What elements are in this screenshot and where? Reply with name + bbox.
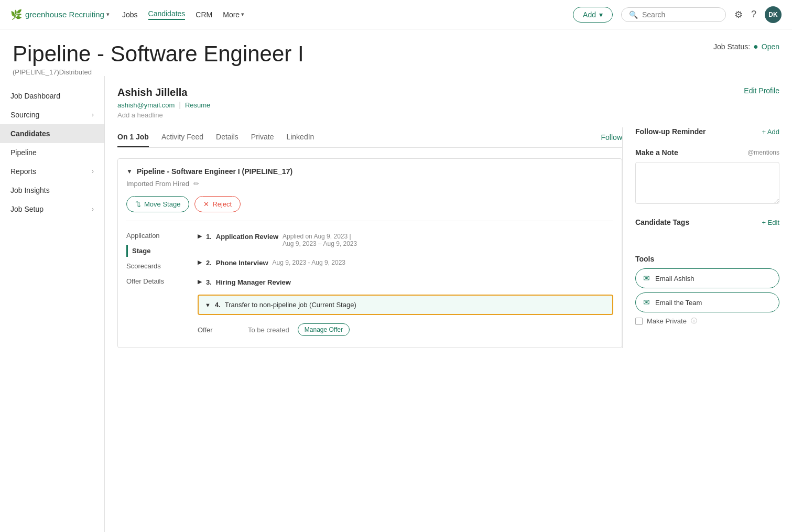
- stage-sidebar-scorecards[interactable]: Scorecards: [126, 260, 189, 272]
- tab-on-1-job[interactable]: On 1 Job: [117, 127, 149, 147]
- sidebar-item-candidates[interactable]: Candidates: [0, 124, 104, 143]
- add-chevron-icon: ▾: [599, 10, 603, 19]
- stage-sidebar-stage[interactable]: Stage: [126, 245, 189, 257]
- move-stage-button[interactable]: ⇅ Move Stage: [126, 196, 189, 212]
- nav-more[interactable]: More ▾: [223, 10, 244, 19]
- tab-activity-feed[interactable]: Activity Feed: [161, 127, 203, 147]
- candidate-tags-area: [635, 232, 779, 242]
- search-box[interactable]: 🔍: [621, 7, 726, 22]
- collapse-triangle-icon[interactable]: ▼: [126, 168, 133, 175]
- nav-jobs[interactable]: Jobs: [122, 10, 138, 19]
- logo-chevron-icon: ▾: [106, 11, 110, 18]
- help-icon[interactable]: ?: [751, 9, 756, 20]
- sidebar-item-reports[interactable]: Reports ›: [0, 162, 104, 181]
- stage-sidebar: Application Stage Scorecards Offer Detai…: [126, 230, 189, 339]
- tabs: On 1 Job Activity Feed Details Private L…: [117, 127, 622, 148]
- move-stage-icon: ⇅: [135, 200, 141, 208]
- email-candidate-icon: ✉: [643, 274, 650, 283]
- sidebar: Job Dashboard Sourcing › Candidates Pipe…: [0, 76, 105, 532]
- nav-candidates[interactable]: Candidates: [148, 9, 186, 20]
- top-navigation: 🌿 greenhouse Recruiting ▾ Jobs Candidate…: [0, 0, 792, 29]
- reject-icon: ✕: [203, 200, 209, 208]
- reject-button[interactable]: ✕ Reject: [194, 196, 241, 212]
- main-layout: Job Dashboard Sourcing › Candidates Pipe…: [0, 76, 792, 532]
- stage-1-expand-icon[interactable]: ▶: [198, 233, 202, 240]
- follow-link[interactable]: Follow: [601, 133, 622, 142]
- note-title: Make a Note: [635, 148, 678, 157]
- add-button[interactable]: Add ▾: [573, 7, 613, 23]
- sidebar-item-job-insights[interactable]: Job Insights: [0, 181, 104, 200]
- email-team-button[interactable]: ✉ Email the Team: [635, 292, 779, 312]
- logo[interactable]: 🌿 greenhouse Recruiting ▾: [10, 9, 110, 20]
- page-header: Pipeline - Software Engineer I (PIPELINE…: [0, 29, 792, 76]
- stage-row-3: ▶ 3. Hiring Manager Review: [198, 275, 613, 289]
- offer-row: Offer To be created Manage Offer: [198, 320, 613, 339]
- manage-offer-button[interactable]: Manage Offer: [298, 323, 350, 336]
- logo-leaf-icon: 🌿: [10, 9, 22, 20]
- candidate-resume-link[interactable]: Resume: [185, 101, 210, 109]
- stage-4-expand-icon[interactable]: ▼: [205, 302, 211, 308]
- job-setup-arrow-icon: ›: [92, 205, 94, 213]
- right-panel: Follow-up Reminder + Add Make a Note @me…: [622, 127, 779, 348]
- settings-icon[interactable]: ⚙: [734, 9, 743, 20]
- app-card-title: Pipeline - Software Engineer I (PIPELINE…: [137, 167, 292, 176]
- avatar[interactable]: DK: [765, 6, 782, 23]
- search-input[interactable]: [642, 10, 715, 19]
- content-main: On 1 Job Activity Feed Details Private L…: [117, 127, 622, 348]
- reports-arrow-icon: ›: [92, 168, 94, 175]
- candidate-tags-edit-button[interactable]: + Edit: [762, 219, 779, 226]
- nav-right: Add ▾ 🔍 ⚙ ? DK: [573, 6, 782, 23]
- application-card: ▼ Pipeline - Software Engineer I (PIPELI…: [117, 158, 622, 348]
- nav-crm[interactable]: CRM: [196, 10, 212, 19]
- edit-profile-link[interactable]: Edit Profile: [744, 86, 779, 95]
- stage-list: Application Stage Scorecards Offer Detai…: [126, 230, 613, 339]
- job-status: Job Status: ● Open: [713, 42, 779, 51]
- tab-details[interactable]: Details: [216, 127, 238, 147]
- candidate-headline[interactable]: Add a headline: [117, 111, 210, 119]
- tab-private[interactable]: Private: [251, 127, 274, 147]
- followup-title: Follow-up Reminder: [635, 127, 706, 136]
- stage-sidebar-offer-details[interactable]: Offer Details: [126, 275, 189, 287]
- sidebar-item-job-dashboard[interactable]: Job Dashboard: [0, 86, 104, 105]
- make-private-info-icon[interactable]: ⓘ: [691, 317, 697, 325]
- tab-linkedin[interactable]: LinkedIn: [286, 127, 314, 147]
- sidebar-item-sourcing[interactable]: Sourcing ›: [0, 105, 104, 124]
- candidate-name: Ashish Jillella: [117, 86, 210, 99]
- make-private-checkbox[interactable]: [635, 318, 643, 325]
- status-dot-icon: ●: [753, 42, 758, 51]
- sidebar-item-pipeline[interactable]: Pipeline: [0, 143, 104, 162]
- stage-sidebar-application[interactable]: Application: [126, 230, 189, 242]
- candidate-tags-section: Candidate Tags + Edit: [635, 218, 779, 242]
- tools-section: Tools ✉ Email Ashish ✉ Email the Team Ma…: [635, 255, 779, 325]
- stage-row-1: ▶ 1. Application Review Applied on Aug 9…: [198, 230, 613, 251]
- page-title: Pipeline - Software Engineer I: [13, 42, 713, 66]
- tools-title: Tools: [635, 255, 654, 263]
- content-panel-wrapper: On 1 Job Activity Feed Details Private L…: [117, 127, 779, 348]
- stage-row-4-current: ▼ 4. Transfer to non-pipeline job (Curre…: [198, 295, 613, 315]
- candidate-tags-title: Candidate Tags: [635, 218, 689, 226]
- app-card-header: ▼ Pipeline - Software Engineer I (PIPELI…: [126, 167, 613, 176]
- logo-text: greenhouse Recruiting: [25, 10, 104, 19]
- edit-pencil-icon[interactable]: ✏: [193, 180, 199, 188]
- followup-add-button[interactable]: + Add: [762, 128, 779, 136]
- email-candidate-button[interactable]: ✉ Email Ashish: [635, 268, 779, 288]
- more-chevron-icon: ▾: [241, 11, 244, 18]
- stage-3-expand-icon[interactable]: ▶: [198, 278, 202, 285]
- make-private-row: Make Private ⓘ: [635, 317, 779, 325]
- note-textarea[interactable]: [635, 162, 779, 204]
- sourcing-arrow-icon: ›: [92, 111, 94, 118]
- search-icon: 🔍: [629, 10, 638, 19]
- page-subtitle: (PIPELINE_17)Distributed: [13, 68, 713, 76]
- stage-2-expand-icon[interactable]: ▶: [198, 259, 202, 266]
- candidate-header: Ashish Jillella ashish@ymail.com | Resum…: [117, 86, 779, 119]
- main-content-area: Ashish Jillella ashish@ymail.com | Resum…: [105, 76, 792, 532]
- candidate-email[interactable]: ashish@ymail.com: [117, 101, 175, 109]
- divider: |: [179, 101, 181, 109]
- action-buttons: ⇅ Move Stage ✕ Reject: [126, 196, 613, 221]
- stage-content: ▶ 1. Application Review Applied on Aug 9…: [198, 230, 613, 339]
- app-card-subtitle: Imported From Hired ✏: [126, 180, 613, 188]
- sidebar-item-job-setup[interactable]: Job Setup ›: [0, 200, 104, 219]
- note-section: Make a Note @mentions: [635, 148, 779, 205]
- nav-links: Jobs Candidates CRM More ▾: [122, 9, 573, 20]
- followup-section: Follow-up Reminder + Add: [635, 127, 779, 136]
